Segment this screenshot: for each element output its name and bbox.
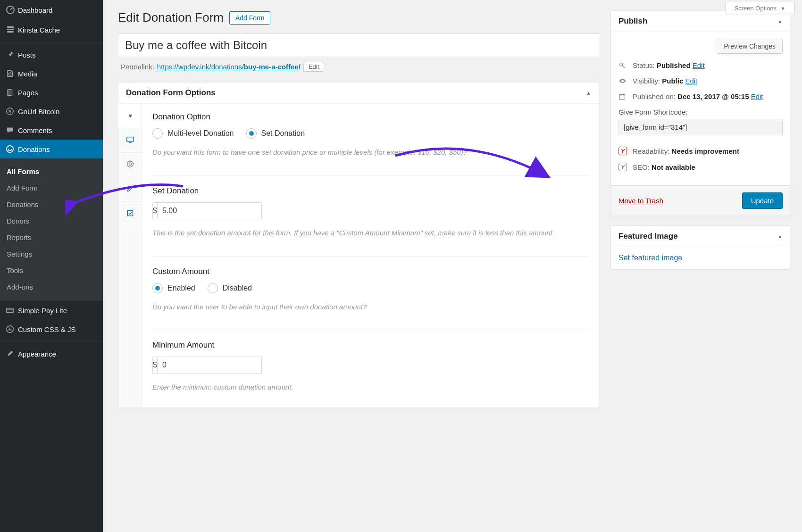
svg-text:B: B [8,109,11,114]
radio-checked-icon [152,283,163,293]
database-icon [6,25,18,34]
move-to-trash-link[interactable]: Move to Trash [618,197,663,205]
currency-symbol: $ [152,202,157,219]
bitcoin-icon: B [6,107,18,116]
field-hint: Do you want this form to have one set do… [152,147,588,158]
set-donation-input[interactable] [157,202,262,219]
edit-date-link[interactable]: Edit [751,92,763,100]
postbox-toggle[interactable]: Featured Image ▲ [611,226,790,247]
radio-disabled[interactable]: Disabled [208,283,252,293]
permalink-edit-button[interactable]: Edit [303,62,324,72]
sidebar-label: Custom CSS & JS [18,325,76,333]
sidebar-sub-add-form[interactable]: Add Form [0,180,103,196]
radio-icon [152,128,163,139]
give-icon [6,145,18,153]
chevron-up-icon: ▲ [586,90,591,96]
heart-icon: ♥ [128,112,132,119]
sidebar-label: Comments [18,126,52,134]
shortcode-label: Give Form Shortcode: [618,108,783,116]
sidebar-label: Pages [18,89,38,97]
options-tab-column: ♥ [118,104,142,407]
svg-rect-13 [126,137,133,141]
svg-rect-6 [7,91,11,97]
currency-symbol: $ [152,357,157,374]
svg-rect-3 [7,31,14,33]
sidebar-sub-donations[interactable]: Donations [0,196,103,213]
set-featured-image-link[interactable]: Set featured image [618,254,682,262]
sidebar-item-kinsta[interactable]: Kinsta Cache [0,20,103,40]
field-heading: Donation Option [152,112,588,122]
preview-changes-button[interactable]: Preview Changes [717,39,783,54]
sidebar-item-donations[interactable]: Donations [0,140,103,158]
field-heading: Minimum Amount [152,341,588,350]
visibility-row: Visibility: Public Edit [618,77,783,85]
permalink-label: Permalink: [121,63,154,71]
yoast-icon: Y [618,163,627,171]
gauge-icon [6,5,18,15]
sidebar-item-comments[interactable]: Comments [0,121,103,140]
add-form-button[interactable]: Add Form [229,11,270,25]
edit-visibility-link[interactable]: Edit [685,77,697,85]
postbox-title: Donation Form Options [126,88,216,98]
radio-set-donation[interactable]: Set Donation [246,128,305,139]
tab-goal[interactable] [118,153,142,177]
tab-display[interactable] [118,128,142,153]
tab-content[interactable] [118,177,142,202]
radio-checked-icon [246,128,257,139]
comment-icon [6,126,18,134]
radio-enabled[interactable]: Enabled [152,283,195,293]
donation-form-options-box: Donation Form Options ▲ ♥ Donation Optio… [118,82,599,408]
edit-status-link[interactable]: Edit [693,61,705,69]
update-button[interactable]: Update [742,192,783,209]
shortcode-value[interactable]: [give_form id="314"] [618,119,783,135]
pin-icon [6,50,18,59]
sidebar-item-posts[interactable]: Posts [0,42,103,64]
radio-multi-level[interactable]: Multi-level Donation [152,128,234,139]
field-minimum-amount: Minimum Amount $ Enter the minimum custo… [152,330,588,396]
sidebar-sub-reports[interactable]: Reports [0,229,103,246]
svg-point-4 [8,73,11,75]
sidebar-item-gourl[interactable]: B GoUrl Bitcoin [0,102,103,121]
sidebar-sub-donors[interactable]: Donors [0,213,103,229]
sidebar-sub-all-forms[interactable]: All Forms [0,163,103,180]
minimum-amount-input[interactable] [157,357,262,374]
seo-row: Y SEO: Not available [618,163,783,171]
published-row: Published on: Dec 13, 2017 @ 05:15 Edit [618,92,783,100]
svg-rect-2 [7,29,14,30]
field-hint: Enter the minimum custom donation amount… [152,382,588,392]
pages-icon [6,88,18,97]
sidebar-item-appearance[interactable]: Appearance [0,341,103,363]
tab-donation-options[interactable]: ♥ [118,104,142,128]
sidebar-item-simplepay[interactable]: Simple Pay Lite [0,301,103,320]
svg-rect-1 [7,26,14,28]
permalink-row: Permalink: https://wpdev.ink/donations/b… [121,62,596,72]
screen-options-button[interactable]: Screen Options ▼ [726,2,795,15]
card-icon [6,306,18,315]
sidebar-item-dashboard[interactable]: Dashboard [0,0,103,20]
sidebar-item-pages[interactable]: Pages [0,83,103,102]
sidebar-label: Media [18,70,37,78]
featured-image-box: Featured Image ▲ Set featured image [610,225,791,269]
field-hint: Do you want the user to be able to input… [152,302,588,312]
postbox-toggle[interactable]: Donation Form Options ▲ [118,83,599,104]
tab-terms[interactable] [118,202,142,226]
sidebar-item-customcss[interactable]: Custom CSS & JS [0,320,103,339]
form-title-input[interactable] [118,33,599,57]
sidebar-label: Kinsta Cache [18,26,60,34]
key-icon [618,62,627,69]
svg-point-15 [129,163,131,165]
sidebar-item-media[interactable]: Media [0,64,103,83]
sidebar-sub-settings[interactable]: Settings [0,246,103,262]
permalink-link[interactable]: https://wpdev.ink/donations/buy-me-a-cof… [157,63,301,71]
chevron-up-icon: ▲ [777,18,783,24]
svg-rect-18 [619,94,625,99]
sidebar-label: GoUrl Bitcoin [18,108,59,116]
sidebar-label: Donations [18,145,50,153]
sidebar-sub-tools[interactable]: Tools [0,262,103,279]
sidebar-sub-addons[interactable]: Add-ons [0,279,103,295]
check-square-icon [126,209,134,218]
radio-icon [208,283,218,293]
svg-rect-16 [127,210,133,216]
field-hint: This is the set donation amount for this… [152,228,588,238]
sidebar-label: Appearance [18,350,56,358]
